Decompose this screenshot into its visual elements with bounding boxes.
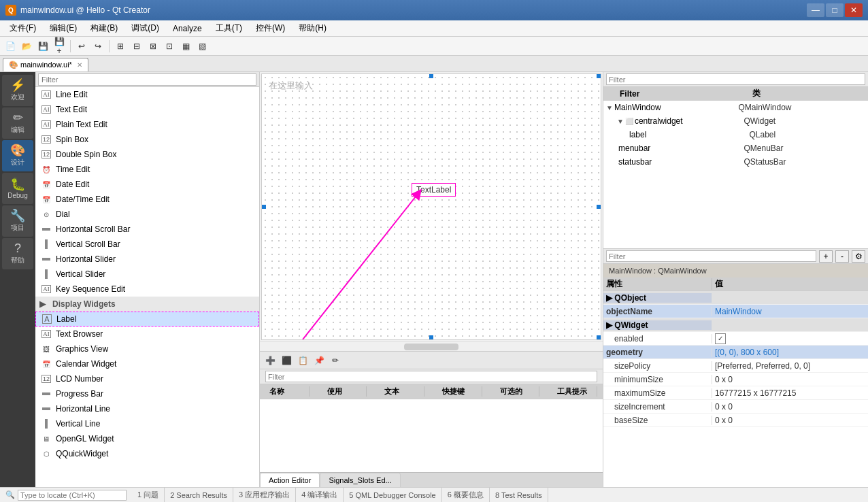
menu-item-Analyze[interactable]: Analyze bbox=[166, 22, 209, 35]
props-row-baseSize[interactable]: baseSize0 x 0 bbox=[603, 414, 868, 427]
text-label-widget[interactable]: TextLabel bbox=[412, 183, 456, 197]
props-row-sizeIncrement[interactable]: sizeIncrement0 x 0 bbox=[603, 400, 868, 414]
maximize-button[interactable]: □ bbox=[826, 3, 844, 17]
props-row-geometry[interactable]: geometry[(0, 0), 800 x 600] bbox=[603, 346, 868, 359]
action-edit[interactable]: ✏ bbox=[328, 353, 343, 368]
tree-row-statusbar[interactable]: statusbar QStatusBar bbox=[603, 155, 868, 169]
widget-item-Vertical_Scroll_Bar[interactable]: Vertical Scroll Bar bbox=[35, 237, 259, 252]
action-add[interactable]: ➕ bbox=[263, 353, 278, 368]
tree-row-MainWindow[interactable]: ▼ MainWindow QMainWindow bbox=[603, 101, 868, 114]
widget-item-Horizontal_Slider[interactable]: Horizontal Slider bbox=[35, 252, 259, 267]
widget-item-Text_Edit[interactable]: AIText Edit bbox=[35, 102, 259, 117]
widget-item-OpenGL_Widget[interactable]: 🖥OpenGL Widget bbox=[35, 431, 259, 446]
widget-item-Progress_Bar[interactable]: Progress Bar bbox=[35, 386, 259, 401]
widget-item-Time_Edit[interactable]: ⏰Time Edit bbox=[35, 162, 259, 177]
status-item-8_Test_Results[interactable]: 8 Test Results bbox=[490, 488, 548, 502]
widget-item-Calendar_Widget[interactable]: 📅Calendar Widget bbox=[35, 356, 259, 371]
canvas-handle-top[interactable] bbox=[429, 74, 433, 78]
widget-item-LCD_Number[interactable]: 12LCD Number bbox=[35, 371, 259, 386]
props-minus-btn[interactable]: - bbox=[835, 250, 849, 263]
tree-row-label[interactable]: label QLabel bbox=[603, 128, 868, 141]
toolbar-align3[interactable]: ⊠ bbox=[146, 39, 161, 54]
toolbar-align1[interactable]: ⊞ bbox=[113, 39, 128, 54]
status-item-3_应用程序输出[interactable]: 3 应用程序输出 bbox=[233, 488, 296, 502]
sidebar-btn-编辑[interactable]: ✏编辑 bbox=[2, 107, 33, 139]
sidebar-btn-Debug[interactable]: 🐛Debug bbox=[2, 173, 33, 204]
toolbar-align4[interactable]: ⊡ bbox=[162, 39, 177, 54]
widget-item-QQuickWidget[interactable]: ⬡QQuickWidget bbox=[35, 446, 259, 461]
widget-item-Dial[interactable]: ⊙Dial bbox=[35, 207, 259, 222]
status-item-6_概要信息[interactable]: 6 概要信息 bbox=[442, 488, 490, 502]
widget-filter-input[interactable] bbox=[38, 73, 256, 86]
bottom-tab-Signals_Slots_Ed...[interactable]: Signals_Slots Ed... bbox=[320, 473, 400, 487]
design-canvas[interactable]: 在这里输入 TextLabel bbox=[261, 73, 601, 340]
bottom-tab-Action_Editor[interactable]: Action Editor bbox=[260, 473, 320, 487]
tree-row-menubar[interactable]: menubar QMenuBar bbox=[603, 141, 868, 155]
menu-item-___W_[interactable]: 控件(W) bbox=[249, 21, 292, 35]
minimize-button[interactable]: — bbox=[807, 3, 824, 17]
widget-item-Date_Time_Edit[interactable]: 📅Date/Time Edit bbox=[35, 192, 259, 207]
sidebar-btn-欢迎[interactable]: ⚡欢迎 bbox=[2, 75, 33, 106]
status-item-5_QML_Debugger_Console[interactable]: 5 QML Debugger Console bbox=[344, 488, 441, 502]
widget-item-Line_Edit[interactable]: AILine Edit bbox=[35, 87, 259, 102]
action-paste[interactable]: 📌 bbox=[312, 353, 327, 368]
props-add-btn[interactable]: + bbox=[819, 250, 833, 263]
menu-item-___B_[interactable]: 构建(B) bbox=[84, 21, 124, 35]
action-copy[interactable]: 📋 bbox=[295, 353, 310, 368]
widget-item-Key_Sequence_Edit[interactable]: AIKey Sequence Edit bbox=[35, 282, 259, 297]
props-row-sizePolicy[interactable]: sizePolicy[Preferred, Preferred, 0, 0] bbox=[603, 359, 868, 373]
canvas-handle-br[interactable] bbox=[597, 335, 601, 339]
toolbar-align5[interactable]: ▦ bbox=[178, 39, 193, 54]
props-settings-btn[interactable]: ⚙ bbox=[852, 250, 865, 263]
toolbar-new[interactable]: 📄 bbox=[3, 39, 18, 54]
sidebar-btn-帮助[interactable]: ?帮助 bbox=[2, 238, 33, 269]
canvas-handle-bl[interactable] bbox=[429, 335, 433, 339]
status-item-1_问题[interactable]: 1 问题 bbox=[132, 488, 165, 502]
props-filter-input[interactable] bbox=[606, 250, 816, 262]
canvas-scrollbar-h[interactable] bbox=[260, 341, 603, 351]
sidebar-btn-项目[interactable]: 🔧项目 bbox=[2, 205, 33, 237]
toolbar-align2[interactable]: ⊟ bbox=[129, 39, 144, 54]
widget-item-Label[interactable]: ALabel bbox=[35, 312, 259, 327]
widget-item-Vertical_Line[interactable]: Vertical Line bbox=[35, 416, 259, 431]
menu-item-___E_[interactable]: 编辑(E) bbox=[43, 21, 84, 35]
widget-item-Horizontal_Scroll_Bar[interactable]: Horizontal Scroll Bar bbox=[35, 222, 259, 237]
toolbar-saveall[interactable]: 💾+ bbox=[52, 39, 67, 54]
props-row-enabled[interactable]: enabled✓ bbox=[603, 332, 868, 346]
props-row-maximumSize[interactable]: maximumSize16777215 x 16777215 bbox=[603, 386, 868, 400]
widget-item-Graphics_View[interactable]: 🖼Graphics View bbox=[35, 341, 259, 356]
toolbar-open[interactable]: 📂 bbox=[19, 39, 34, 54]
canvas-handle-right[interactable] bbox=[597, 205, 601, 209]
locator-input[interactable] bbox=[18, 490, 127, 501]
toolbar-align6[interactable]: ▧ bbox=[195, 39, 210, 54]
toolbar-undo[interactable]: ↩ bbox=[74, 39, 89, 54]
widget-item-Double_Spin_Box[interactable]: 12Double Spin Box bbox=[35, 147, 259, 162]
widget-item-Plain_Text_Edit[interactable]: AIPlain Text Edit bbox=[35, 117, 259, 132]
tree-row-centralwidget[interactable]: ▼ ⬜ centralwidget QWidget bbox=[603, 114, 868, 128]
menu-item-___D_[interactable]: 调试(D) bbox=[124, 21, 166, 35]
status-item-4_编译输出[interactable]: 4 编译输出 bbox=[296, 488, 344, 502]
props-row-objectName[interactable]: objectNameMainWindow bbox=[603, 305, 868, 318]
status-item-2_Search_Results[interactable]: 2 Search Results bbox=[165, 488, 233, 502]
toolbar-redo[interactable]: ↪ bbox=[90, 39, 105, 54]
widget-item-Vertical_Slider[interactable]: Vertical Slider bbox=[35, 267, 259, 282]
sidebar-btn-设计[interactable]: 🎨设计 bbox=[2, 140, 33, 171]
action-filter-input[interactable] bbox=[265, 371, 597, 382]
widget-item-Horizontal_Line[interactable]: Horizontal Line bbox=[35, 401, 259, 416]
canvas-handle-tr[interactable] bbox=[597, 74, 601, 78]
properties-inspector: + - ⚙ MainWindow : QMainWindow 属性 值 ▶ QO… bbox=[603, 249, 868, 487]
widget-item-Spin_Box[interactable]: 12Spin Box bbox=[35, 132, 259, 147]
widget-item-Date_Edit[interactable]: 📅Date Edit bbox=[35, 177, 259, 192]
toolbar-save[interactable]: 💾 bbox=[35, 39, 50, 54]
action-remove[interactable]: ⬛ bbox=[279, 353, 294, 368]
tab-mainwindow[interactable]: 🎨 mainwindow.ui* ✕ bbox=[3, 58, 88, 71]
menu-item-___H_[interactable]: 帮助(H) bbox=[292, 21, 333, 35]
tab-close-icon[interactable]: ✕ bbox=[77, 61, 82, 69]
props-row-minimumSize[interactable]: minimumSize0 x 0 bbox=[603, 373, 868, 386]
menu-item-___T_[interactable]: 工具(T) bbox=[209, 21, 249, 35]
canvas-handle-left[interactable] bbox=[262, 205, 266, 209]
menu-item-___F_[interactable]: 文件(F) bbox=[3, 21, 43, 35]
widget-item-Text_Browser[interactable]: AIText Browser bbox=[35, 327, 259, 341]
object-filter-input[interactable] bbox=[606, 73, 865, 85]
close-button[interactable]: ✕ bbox=[845, 3, 863, 17]
